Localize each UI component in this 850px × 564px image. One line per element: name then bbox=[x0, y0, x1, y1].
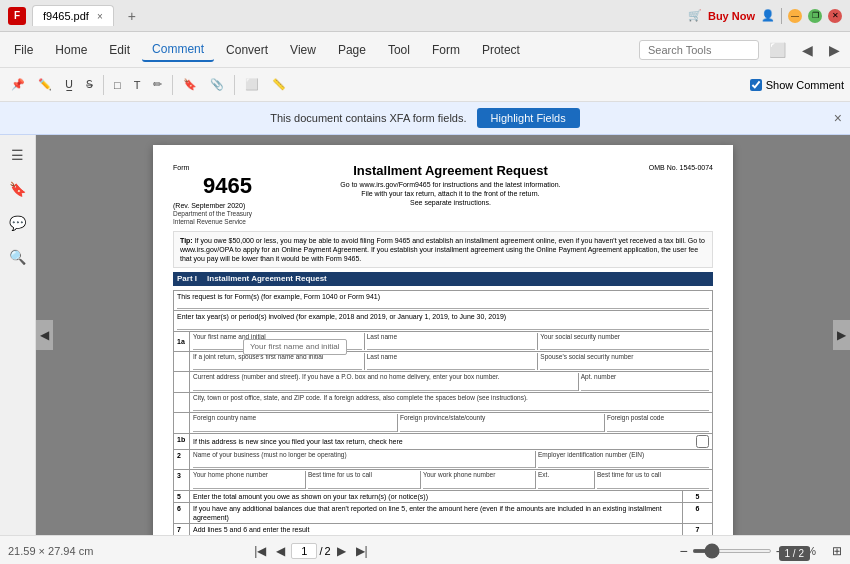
left-panel: ☰ 🔖 💬 🔍 bbox=[0, 135, 36, 535]
menu-bar-right: ⬜ ◀ ▶ bbox=[639, 38, 846, 62]
menu-home[interactable]: Home bbox=[45, 39, 97, 61]
address-input[interactable] bbox=[193, 382, 578, 391]
stamp-btn[interactable]: 🔖 bbox=[178, 75, 202, 94]
measure-btn[interactable]: 📏 bbox=[267, 75, 291, 94]
tax-years-text: Enter tax year(s) or period(s) involved … bbox=[177, 313, 506, 320]
minimize-button[interactable]: — bbox=[788, 9, 802, 23]
highlight-fields-button[interactable]: Highlight Fields bbox=[477, 108, 580, 128]
city-cell: City, town or post office, state, and ZI… bbox=[190, 392, 713, 412]
tab-close-button[interactable]: × bbox=[97, 11, 103, 22]
fit-page-button[interactable]: ⊞ bbox=[832, 544, 842, 558]
city-label: City, town or post office, state, and ZI… bbox=[193, 394, 709, 402]
new-tab-button[interactable]: + bbox=[120, 4, 144, 28]
row-7: 7 Add lines 5 and 6 and enter the result… bbox=[174, 523, 713, 535]
show-comment-checkbox[interactable] bbox=[750, 79, 762, 91]
form-instructions-cell: This request is for Form(s) (for example… bbox=[174, 291, 713, 311]
prev-page-button[interactable]: ◀ bbox=[272, 542, 289, 560]
spouse-ssn-input[interactable] bbox=[540, 361, 709, 370]
menu-file[interactable]: File bbox=[4, 39, 43, 61]
menu-edit[interactable]: Edit bbox=[99, 39, 140, 61]
employer-id-input[interactable] bbox=[538, 459, 709, 468]
notification-close-button[interactable]: × bbox=[834, 110, 842, 126]
tax-years-row: Enter tax year(s) or period(s) involved … bbox=[174, 311, 713, 331]
ext-input[interactable] bbox=[538, 480, 594, 489]
next-page-button[interactable]: ▶ bbox=[333, 542, 350, 560]
dept-irs: Internal Revenue Service bbox=[173, 218, 252, 226]
best-time-2-input[interactable] bbox=[597, 480, 709, 489]
bookmark-panel-icon[interactable]: 🔖 bbox=[6, 177, 30, 201]
apt-input[interactable] bbox=[581, 382, 709, 391]
foreign-fields: Foreign country name Foreign province/st… bbox=[193, 414, 709, 431]
form-number: 9465 bbox=[203, 172, 252, 201]
restore-button[interactable]: ❐ bbox=[808, 9, 822, 23]
first-page-button[interactable]: |◀ bbox=[250, 542, 270, 560]
spouse-last-input[interactable] bbox=[367, 361, 536, 370]
zoom-slider[interactable] bbox=[692, 549, 772, 553]
form-subtitle2: File with your tax return, attach it to … bbox=[252, 189, 649, 198]
city-input[interactable] bbox=[193, 402, 709, 411]
address-new-checkbox[interactable] bbox=[696, 435, 709, 448]
work-phone-label: Your work phone number bbox=[423, 471, 535, 479]
menu-tool[interactable]: Tool bbox=[378, 39, 420, 61]
buy-now-button[interactable]: Buy Now bbox=[708, 10, 755, 22]
foreign-province-input[interactable] bbox=[400, 423, 604, 432]
prev-page-arrow[interactable]: ◀ bbox=[36, 320, 53, 350]
business-name-input[interactable] bbox=[193, 459, 535, 468]
tax-years-input[interactable] bbox=[177, 322, 709, 330]
form-instructions-text: This request is for Form(s) (for example… bbox=[177, 293, 380, 300]
share-icon[interactable]: ⬜ bbox=[763, 38, 792, 62]
menu-form[interactable]: Form bbox=[422, 39, 470, 61]
tip-box: Tip: If you owe $50,000 or less, you may… bbox=[173, 231, 713, 268]
page-number-input[interactable] bbox=[291, 543, 317, 559]
text-btn[interactable]: T bbox=[129, 76, 146, 94]
form-instructions-input[interactable] bbox=[177, 301, 709, 309]
notification-message: This document contains XFA form fields. bbox=[270, 112, 466, 124]
file-tab[interactable]: f9465.pdf × bbox=[32, 5, 114, 26]
address-new-text: If this address is new since you filed y… bbox=[193, 437, 403, 446]
underline-btn[interactable]: U̲ bbox=[60, 75, 78, 94]
part-i-bar: Part I Installment Agreement Request bbox=[173, 272, 713, 286]
next-page-arrow[interactable]: ▶ bbox=[833, 320, 850, 350]
menu-protect[interactable]: Protect bbox=[472, 39, 530, 61]
menu-comment[interactable]: Comment bbox=[142, 38, 214, 62]
spouse-first-input[interactable] bbox=[193, 361, 362, 370]
zoom-out-button[interactable]: − bbox=[680, 543, 688, 559]
notification-bar: This document contains XFA form fields. … bbox=[0, 102, 850, 135]
menu-convert[interactable]: Convert bbox=[216, 39, 278, 61]
employer-id-block: Employer identification number (EIN) bbox=[538, 451, 709, 468]
foreign-postal-input[interactable] bbox=[607, 423, 709, 432]
separator bbox=[781, 8, 782, 24]
strikethrough-btn[interactable]: S̶ bbox=[81, 75, 98, 94]
tax-years-cell: Enter tax year(s) or period(s) involved … bbox=[174, 311, 713, 331]
menu-page[interactable]: Page bbox=[328, 39, 376, 61]
show-comment-label[interactable]: Show Comment bbox=[750, 79, 844, 91]
last-name-input[interactable] bbox=[367, 341, 536, 350]
search-panel-icon[interactable]: 🔍 bbox=[6, 245, 30, 269]
attach-btn[interactable]: 📎 bbox=[205, 75, 229, 94]
highlight-btn[interactable]: ✏️ bbox=[33, 75, 57, 94]
shapes-btn[interactable]: □ bbox=[109, 76, 126, 94]
sticky-note-btn[interactable]: 📌 bbox=[6, 75, 30, 94]
close-button[interactable]: ✕ bbox=[828, 9, 842, 23]
work-phone-input[interactable] bbox=[423, 480, 535, 489]
name-fields-cell: Your first name and initial Your first n… bbox=[190, 331, 713, 351]
comment-panel-icon[interactable]: 💬 bbox=[6, 211, 30, 235]
search-tools-input[interactable] bbox=[639, 40, 759, 60]
area-select-btn[interactable]: ⬜ bbox=[240, 75, 264, 94]
draw-btn[interactable]: ✏ bbox=[148, 75, 167, 94]
addr-row-num bbox=[174, 372, 190, 392]
foreign-country-input[interactable] bbox=[193, 423, 397, 432]
first-name-input[interactable]: Your first name and initial bbox=[193, 341, 362, 350]
home-phone-input[interactable] bbox=[193, 480, 305, 489]
toolbar-right: Show Comment bbox=[750, 79, 844, 91]
ssn-input[interactable] bbox=[540, 341, 709, 350]
foreign-province-block: Foreign province/state/county bbox=[400, 414, 605, 431]
best-time-1-input[interactable] bbox=[308, 480, 420, 489]
panel-toggle-icon[interactable]: ☰ bbox=[6, 143, 30, 167]
row-7-text: Add lines 5 and 6 and enter the result bbox=[190, 523, 683, 535]
back-icon[interactable]: ◀ bbox=[796, 38, 819, 62]
form-id-block: Form 9465 (Rev. September 2020) Departme… bbox=[173, 163, 252, 227]
last-page-button[interactable]: ▶| bbox=[352, 542, 372, 560]
forward-icon[interactable]: ▶ bbox=[823, 38, 846, 62]
menu-view[interactable]: View bbox=[280, 39, 326, 61]
